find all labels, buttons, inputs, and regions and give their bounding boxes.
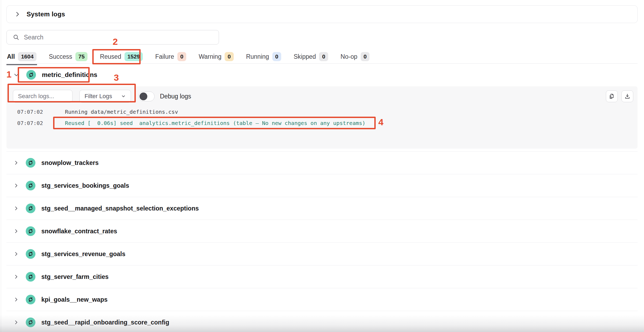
list-item-snowplow-trackers[interactable]: snowplow_trackers bbox=[6, 151, 638, 174]
page-left-edge bbox=[1, 0, 1, 332]
item-name: stg_server_farm_cities bbox=[41, 273, 109, 281]
log-panel-toolbar: Filter Logs Debug logs bbox=[6, 86, 638, 106]
tab-success[interactable]: Success 75 bbox=[48, 51, 88, 64]
search-bar bbox=[6, 30, 219, 45]
reused-status-icon bbox=[26, 295, 35, 304]
tab-noop[interactable]: No-op 0 bbox=[340, 51, 370, 64]
item-name: stg_seed__managed_snapshot_selection_exc… bbox=[41, 205, 199, 212]
search-icon bbox=[13, 34, 20, 41]
chevron-right-icon bbox=[13, 320, 19, 325]
reused-status-icon bbox=[26, 70, 36, 80]
status-tabbar: All 1604 Success 75 Reused 1529 Failure … bbox=[6, 51, 638, 64]
tab-failure-count: 0 bbox=[177, 52, 186, 61]
item-name: stg_services_revenue_goals bbox=[41, 250, 125, 258]
tab-all[interactable]: All 1604 bbox=[6, 51, 37, 65]
debug-logs-toggle[interactable] bbox=[138, 91, 155, 101]
page-title: System logs bbox=[27, 10, 65, 18]
chevron-down-icon bbox=[121, 94, 126, 99]
list-item-metric-definitions-expanded[interactable]: metric_definitions bbox=[6, 67, 638, 83]
list-item-stg-services-revenue-goals[interactable]: stg_services_revenue_goals bbox=[6, 242, 638, 265]
search-input[interactable] bbox=[24, 34, 219, 41]
chevron-right-icon bbox=[13, 206, 19, 211]
tab-all-count: 1604 bbox=[18, 52, 36, 61]
tab-running-count: 0 bbox=[272, 52, 281, 61]
system-logs-header[interactable]: System logs bbox=[6, 5, 638, 23]
log-timestamp: 07:07:02 bbox=[17, 120, 54, 126]
reused-status-icon bbox=[26, 181, 35, 190]
item-name: kpi_goals__new_waps bbox=[41, 296, 108, 303]
log-panel: Filter Logs Debug logs 07:07:02 bbox=[6, 86, 638, 149]
tab-warning-count: 0 bbox=[225, 52, 234, 61]
log-search-input[interactable] bbox=[18, 93, 67, 100]
reused-status-icon bbox=[26, 318, 35, 327]
item-name: snowflake_contract_rates bbox=[41, 228, 117, 235]
item-name: stg_seed__rapid_onboarding_score_config bbox=[41, 319, 169, 326]
chevron-down-icon[interactable] bbox=[13, 72, 19, 78]
reused-status-icon bbox=[26, 249, 35, 259]
reused-status-icon bbox=[26, 204, 35, 213]
chevron-right-icon bbox=[13, 251, 19, 257]
tab-success-count: 75 bbox=[75, 52, 87, 61]
filter-logs-dropdown[interactable]: Filter Logs bbox=[79, 90, 131, 103]
chevron-right-icon bbox=[13, 160, 19, 165]
item-name: stg_services_bookings_goals bbox=[41, 182, 129, 189]
chevron-right-icon bbox=[13, 274, 19, 279]
reused-status-icon bbox=[26, 226, 35, 236]
reused-status-icon bbox=[26, 272, 35, 282]
chevron-right-icon bbox=[13, 297, 19, 302]
tab-running[interactable]: Running 0 bbox=[246, 51, 282, 64]
download-icon bbox=[624, 93, 631, 99]
download-logs-button[interactable] bbox=[621, 90, 633, 102]
tab-warning[interactable]: Warning 0 bbox=[198, 51, 234, 64]
system-logs-page: System logs All 1604 Success 75 Reused 1… bbox=[0, 0, 644, 332]
chevron-right-icon bbox=[13, 183, 19, 188]
copy-icon bbox=[609, 93, 615, 99]
tab-reused[interactable]: Reused 1529 bbox=[99, 51, 143, 64]
tab-noop-count: 0 bbox=[361, 52, 370, 61]
log-line: 07:07:02 Running data/metric_definitions… bbox=[6, 106, 638, 117]
list-item-stg-server-farm-cities[interactable]: stg_server_farm_cities bbox=[6, 265, 638, 288]
list-item-stg-seed-rapid-onboarding-score-config[interactable]: stg_seed__rapid_onboarding_score_config bbox=[6, 311, 638, 332]
log-timestamp: 07:07:02 bbox=[17, 109, 54, 115]
debug-logs-label: Debug logs bbox=[160, 93, 191, 100]
list-item-stg-services-bookings-goals[interactable]: stg_services_bookings_goals bbox=[6, 174, 638, 197]
results-list: snowplow_trackers stg_services_bookings_… bbox=[6, 151, 638, 332]
chevron-right-icon bbox=[13, 228, 19, 234]
log-search-field bbox=[13, 90, 72, 103]
item-name: metric_definitions bbox=[42, 71, 97, 79]
log-message: Running data/metric_definitions.csv bbox=[65, 109, 178, 115]
list-item-kpi-goals-new-waps[interactable]: kpi_goals__new_waps bbox=[6, 288, 638, 311]
list-item-stg-seed-managed-snapshot-selection-exceptions[interactable]: stg_seed__managed_snapshot_selection_exc… bbox=[6, 197, 638, 220]
log-line-reused: 07:07:02 Reused [ 0.06s] seed analytics.… bbox=[6, 117, 638, 129]
log-output: 07:07:02 Running data/metric_definitions… bbox=[6, 106, 638, 129]
item-name: snowplow_trackers bbox=[41, 159, 98, 167]
tab-failure[interactable]: Failure 0 bbox=[155, 51, 187, 64]
list-item-snowflake-contract-rates[interactable]: snowflake_contract_rates bbox=[6, 220, 638, 242]
reused-status-icon bbox=[26, 158, 35, 168]
tab-skipped[interactable]: Skipped 0 bbox=[293, 51, 329, 64]
chevron-right-icon bbox=[14, 11, 21, 17]
tab-reused-count: 1529 bbox=[125, 52, 143, 61]
tab-skipped-count: 0 bbox=[319, 52, 328, 61]
copy-logs-button[interactable] bbox=[606, 90, 618, 102]
log-message: Reused [ 0.06s] seed analytics.metric_de… bbox=[65, 120, 365, 126]
toggle-knob bbox=[140, 93, 147, 100]
